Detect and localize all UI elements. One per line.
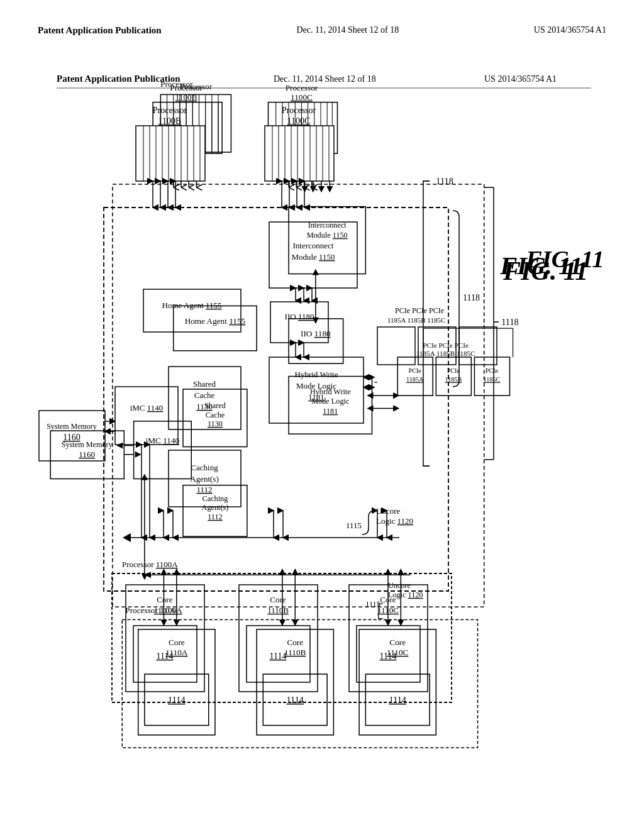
iio-label: IIO 1180 [285,312,314,321]
hybrid-write-label2: Mode Logic [296,381,336,390]
header-center: Dec. 11, 2014 Sheet 12 of 18 [296,25,399,35]
patent-diagram: Patent Application Publication Dec. 11, … [25,63,623,805]
header-patent: Patent Application Publication [57,74,180,84]
interconnect-label: Interconnect [293,241,334,250]
pcie-label-group: PCIe PCIe PCIe [395,306,444,315]
label-1115: 1115 [346,521,362,530]
caching-agent-label1: Caching [191,463,218,472]
iio-box [270,302,328,343]
pcie-1185a-box [377,327,415,365]
pcie-1185b-box [418,327,456,365]
proc-1100b-label: Processor [153,106,187,115]
core-1110b-label: Core [270,595,286,604]
core-1110c-num: 1110C [377,606,399,615]
proc-1100a-label: Processor 1100A [122,560,178,569]
main-chip-box [104,208,448,591]
label-1114c: 1114 [380,651,397,661]
core-1110c-label: Core [380,595,396,604]
shared-cache-label1: Shared [193,379,216,389]
header-patent-num: US 2014/365754 A1 [484,74,557,84]
label-1114a: 1114 [157,651,174,661]
proc-1100c-box [265,126,334,181]
proc-1100c-label: Processor [282,106,316,115]
pcie-nums-group: 1185A 1185B 1185C [387,316,445,324]
fig-label: FIG. 11 [502,257,588,285]
svg-marker-207 [123,533,131,542]
header-right: US 2014/365754 A1 [534,25,606,35]
home-agent-label: Home Agent 1155 [162,301,222,310]
header-left: Patent Application Publication [38,25,162,36]
label-1114b: 1114 [270,651,287,661]
pcie-1185c-box [459,327,497,365]
uncore-logic-num: Logic 1120 [376,516,413,526]
proc-1100b-box [136,126,205,181]
proc-1100a-box [112,573,452,702]
core-1110b-num: 1110B [267,606,289,615]
page: Patent Application Publication Dec. 11, … [0,0,644,830]
home-agent-box [143,289,241,332]
caching-agent-label2: Agent(s) [190,474,219,484]
uncore-logic-label: Uncore [376,506,400,516]
core-1110a-num: 1110A [154,606,176,615]
core-1110a-label: Core [157,595,173,604]
system-memory-label1: System Memory [47,422,97,431]
hybrid-write-num: 1181 [308,392,325,402]
label-1118: 1118 [463,293,480,302]
interconnect-num: Module 1150 [291,252,335,262]
shared-cache-label2: Cache [194,390,215,400]
proc-1100c-num: 1100C [287,116,311,126]
system-memory-num: 1160 [63,433,80,442]
shared-cache-num: 1130 [196,402,213,411]
imc-label: iMC 1140 [130,403,164,412]
hybrid-write-label1: Hybrid Write [295,370,338,379]
header-date: Dec. 11, 2014 Sheet 12 of 18 [274,74,376,84]
proc-1100b-num: 1100B [158,116,182,126]
caching-agent-num: 1112 [196,485,212,494]
header: Patent Application Publication Dec. 11, … [38,25,606,36]
